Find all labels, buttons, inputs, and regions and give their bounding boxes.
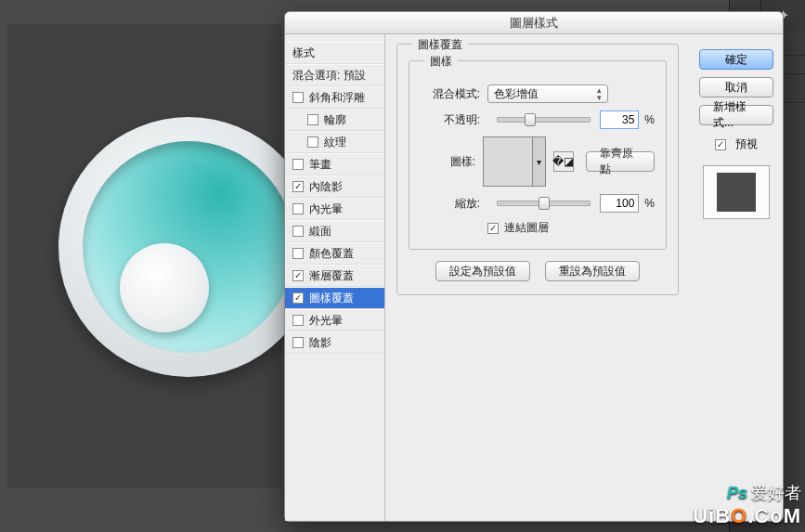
scale-input[interactable] xyxy=(600,194,639,213)
preview-checkbox[interactable] xyxy=(715,139,726,150)
fieldset-sub-title: 圖樣 xyxy=(424,54,458,70)
blend-mode-row: 混合模式: 色彩增值 ▴▾ xyxy=(421,84,655,103)
watermark: Ps 爱好者 UiBO.CoM xyxy=(693,482,801,528)
preview-label: 預視 xyxy=(735,136,758,152)
preview-row: 預視 xyxy=(699,136,773,152)
style-item-bevel[interactable]: 斜角和浮雕 xyxy=(285,86,384,109)
blend-mode-label: 混合模式: xyxy=(421,86,480,102)
style-label: 內光暈 xyxy=(309,198,343,220)
style-label: 外光暈 xyxy=(309,309,343,331)
link-layer-label: 連結圖層 xyxy=(504,220,549,236)
pattern-swatch[interactable] xyxy=(483,136,533,187)
pattern-row: 圖樣: ▾ �◪ 靠齊原點 xyxy=(421,136,655,187)
new-preset-icon[interactable]: �◪ xyxy=(553,151,574,172)
checkbox-icon[interactable] xyxy=(307,114,318,125)
style-label: 陰影 xyxy=(309,331,331,354)
scale-slider[interactable] xyxy=(497,201,591,206)
style-list: 樣式 混合選項: 預設 斜角和浮雕 輪廓 紋理 筆畫 內陰影 內光暈 緞面 顏色… xyxy=(285,34,385,521)
dialog-title[interactable]: 圖層樣式 xyxy=(285,12,783,34)
style-label: 輪廓 xyxy=(324,109,346,131)
pattern-fieldset: 圖樣 混合模式: 色彩增值 ▴▾ 不透明: xyxy=(409,60,667,250)
ok-button[interactable]: 確定 xyxy=(699,49,773,70)
style-item-contour[interactable]: 輪廓 xyxy=(285,109,384,131)
style-item-stroke[interactable]: 筆畫 xyxy=(285,153,384,175)
checkbox-icon[interactable] xyxy=(292,226,304,237)
checkbox-icon[interactable] xyxy=(292,181,304,192)
blend-options-item[interactable]: 混合選項: 預設 xyxy=(285,64,384,86)
slider-thumb[interactable] xyxy=(539,197,550,210)
default-buttons-row: 設定為預設值 重設為預設值 xyxy=(409,261,667,281)
shape-knob xyxy=(120,243,209,332)
watermark-han: 爱好者 xyxy=(751,484,801,502)
scale-label: 縮放: xyxy=(421,196,480,212)
scale-row: 縮放: % xyxy=(421,194,655,213)
new-style-button[interactable]: 新增樣式... xyxy=(699,105,773,125)
opacity-input[interactable] xyxy=(600,110,639,129)
opacity-row: 不透明: % xyxy=(421,110,655,129)
dialog-action-column: 確定 取消 新增樣式... 預視 xyxy=(690,34,783,521)
snap-origin-button[interactable]: 靠齊原點 xyxy=(586,151,655,172)
style-item-inner-glow[interactable]: 內光暈 xyxy=(285,198,384,220)
pattern-picker-arrow[interactable]: ▾ xyxy=(533,136,546,187)
slider-thumb[interactable] xyxy=(525,113,536,126)
style-item-drop-shadow[interactable]: 陰影 xyxy=(285,331,384,354)
style-item-gradient-overlay[interactable]: 漸層覆蓋 xyxy=(285,265,384,287)
pattern-overlay-fieldset: 圖樣覆蓋 圖樣 混合模式: 色彩增值 ▴▾ xyxy=(396,44,679,295)
style-label: 紋理 xyxy=(324,131,346,153)
settings-panel: 圖樣覆蓋 圖樣 混合模式: 色彩增值 ▴▾ xyxy=(385,34,690,521)
style-item-inner-shadow[interactable]: 內陰影 xyxy=(285,175,384,198)
opacity-label: 不透明: xyxy=(421,112,480,128)
blend-mode-value: 色彩增值 xyxy=(494,86,539,102)
checkbox-icon[interactable] xyxy=(292,248,304,259)
percent-label: % xyxy=(644,197,655,210)
percent-label: % xyxy=(644,113,655,126)
style-label: 筆畫 xyxy=(309,153,331,175)
style-label: 斜角和浮雕 xyxy=(309,86,365,109)
opacity-slider[interactable] xyxy=(497,117,591,123)
checkbox-icon[interactable] xyxy=(307,136,318,148)
style-label: 內陰影 xyxy=(309,175,343,198)
pattern-label: 圖樣: xyxy=(421,154,475,170)
preview-thumbnail xyxy=(717,173,756,212)
style-label: 顏色覆蓋 xyxy=(309,242,354,265)
checkbox-icon[interactable] xyxy=(292,159,304,170)
style-item-satin[interactable]: 緞面 xyxy=(285,220,384,242)
checkbox-icon[interactable] xyxy=(292,315,304,326)
link-layer-row: 連結圖層 xyxy=(487,220,655,236)
document-canvas xyxy=(7,24,281,488)
checkbox-icon[interactable] xyxy=(292,292,304,304)
style-item-texture[interactable]: 紋理 xyxy=(285,131,384,153)
fieldset-title: 圖樣覆蓋 xyxy=(412,37,468,53)
styles-header[interactable]: 樣式 xyxy=(285,42,384,64)
preview-swatch xyxy=(703,165,770,219)
style-item-color-overlay[interactable]: 顏色覆蓋 xyxy=(285,242,384,265)
shape-outer-circle xyxy=(58,117,318,377)
style-item-pattern-overlay[interactable]: 圖樣覆蓋 xyxy=(285,287,384,309)
watermark-url: UiBO.CoM xyxy=(693,504,801,528)
style-label: 緞面 xyxy=(309,220,331,242)
style-label: 圖樣覆蓋 xyxy=(309,287,354,309)
checkbox-icon[interactable] xyxy=(292,337,304,348)
select-arrows-icon: ▴▾ xyxy=(597,86,602,101)
set-default-button[interactable]: 設定為預設值 xyxy=(435,261,530,281)
checkbox-icon[interactable] xyxy=(292,203,304,214)
shape-inner-circle xyxy=(83,141,294,353)
style-label: 漸層覆蓋 xyxy=(309,265,354,287)
layer-style-dialog: 圖層樣式 樣式 混合選項: 預設 斜角和浮雕 輪廓 紋理 筆畫 內陰影 內光暈 … xyxy=(284,11,784,522)
watermark-ps: Ps xyxy=(727,484,747,502)
blend-mode-select[interactable]: 色彩增值 ▴▾ xyxy=(487,84,608,103)
checkbox-icon[interactable] xyxy=(292,270,304,281)
checkbox-icon[interactable] xyxy=(292,92,304,103)
cancel-button[interactable]: 取消 xyxy=(699,77,773,97)
reset-default-button[interactable]: 重設為預設值 xyxy=(545,261,640,281)
link-layer-checkbox[interactable] xyxy=(487,223,499,234)
style-item-outer-glow[interactable]: 外光暈 xyxy=(285,309,384,331)
